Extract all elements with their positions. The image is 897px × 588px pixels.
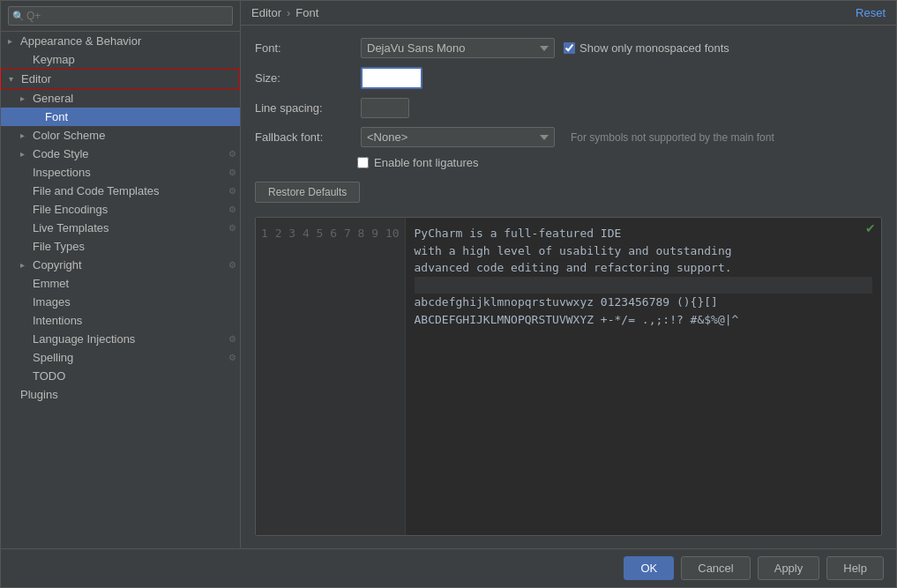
ok-button[interactable]: OK <box>624 556 674 580</box>
fallback-hint: For symbols not supported by the main fo… <box>571 131 774 144</box>
restore-defaults-row: Restore Defaults <box>255 178 882 203</box>
sidebar-label-plugins: Plugins <box>20 388 236 401</box>
tree-arrow-editor: ▾ <box>9 74 21 84</box>
fallback-font-dropdown[interactable]: <None> <box>361 127 555 147</box>
tree-arrow-appearance-behavior: ▸ <box>8 36 20 46</box>
settings-icon-spelling: ⚙ <box>228 353 236 362</box>
line-spacing-label: Line spacing: <box>255 101 352 115</box>
fallback-font-row: Fallback font: <None> For symbols not su… <box>255 127 882 147</box>
tree-arrow-code-style: ▸ <box>20 149 33 159</box>
search-bar: 🔍 <box>1 1 240 32</box>
sidebar-tree: ▸Appearance & BehaviorKeymap▾Editor▸Gene… <box>1 32 240 548</box>
sidebar-item-emmet[interactable]: Emmet <box>1 274 240 293</box>
preview-area: 1 2 3 4 5 6 7 8 9 10 PyCharm is a full-f… <box>255 217 882 536</box>
sidebar-label-images: Images <box>33 295 236 309</box>
sidebar-item-file-encodings[interactable]: File Encodings⚙ <box>1 200 240 219</box>
sidebar-label-file-types: File Types <box>33 240 236 253</box>
size-input[interactable]: 20 <box>361 67 422 89</box>
help-button[interactable]: Help <box>826 556 884 580</box>
preview-corner-icon: ✔ <box>865 221 876 235</box>
cancel-button[interactable]: Cancel <box>681 556 750 580</box>
sidebar-label-file-code-templates: File and Code Templates <box>33 184 225 197</box>
sidebar-item-font[interactable]: Font <box>1 108 240 126</box>
sidebar-label-appearance-behavior: Appearance & Behavior <box>20 34 236 48</box>
sidebar-label-intentions: Intentions <box>33 314 236 327</box>
sidebar-item-color-scheme[interactable]: ▸Color Scheme <box>1 126 240 145</box>
breadcrumb-current: Font <box>295 6 318 19</box>
breadcrumb-separator: › <box>287 6 290 19</box>
sidebar-label-todo: TODO <box>33 369 236 383</box>
sidebar-label-font: Font <box>45 110 236 123</box>
sidebar-item-code-style[interactable]: ▸Code Style⚙ <box>1 145 240 163</box>
main-header: Editor › Font Reset <box>241 1 896 26</box>
sidebar-label-general: General <box>33 92 236 105</box>
size-label: Size: <box>255 71 352 85</box>
tree-arrow-general: ▸ <box>20 93 33 103</box>
settings-icon-copyright: ⚙ <box>228 260 236 270</box>
settings-icon-live-templates: ⚙ <box>228 223 236 233</box>
tree-arrow-copyright: ▸ <box>20 260 33 270</box>
sidebar-item-editor[interactable]: ▾Editor <box>1 69 240 89</box>
sidebar-label-inspections: Inspections <box>33 166 225 179</box>
sidebar-item-images[interactable]: Images <box>1 293 240 311</box>
sidebar-item-general[interactable]: ▸General <box>1 89 240 108</box>
settings-icon-language-injections: ⚙ <box>228 334 236 344</box>
search-input[interactable] <box>8 6 233 26</box>
tree-arrow-color-scheme: ▸ <box>20 130 33 140</box>
monospaced-checkbox-wrapper[interactable]: Show only monospaced fonts <box>564 41 729 55</box>
sidebar-item-inspections[interactable]: Inspections⚙ <box>1 163 240 182</box>
font-row: Font: DejaVu Sans Mono Show only monospa… <box>255 38 882 58</box>
settings-icon-code-style: ⚙ <box>228 149 236 159</box>
line-numbers: 1 2 3 4 5 6 7 8 9 10 <box>256 218 406 535</box>
settings-dialog: 🔍 ▸Appearance & BehaviorKeymap▾Editor▸Ge… <box>0 0 897 588</box>
sidebar-item-copyright[interactable]: ▸Copyright⚙ <box>1 256 240 274</box>
sidebar-label-copyright: Copyright <box>33 258 225 272</box>
font-label: Font: <box>255 41 352 55</box>
sidebar-label-live-templates: Live Templates <box>33 221 225 234</box>
sidebar-label-language-injections: Language Injections <box>33 332 225 346</box>
sidebar-item-live-templates[interactable]: Live Templates⚙ <box>1 219 240 237</box>
apply-button[interactable]: Apply <box>758 556 820 580</box>
settings-icon-inspections: ⚙ <box>228 167 236 177</box>
line-spacing-input[interactable]: 1.0 <box>361 98 409 118</box>
search-icon: 🔍 <box>12 11 25 22</box>
ligatures-label: Enable font ligatures <box>374 156 479 169</box>
settings-icon-file-encodings: ⚙ <box>228 205 236 214</box>
monospaced-label: Show only monospaced fonts <box>579 41 729 55</box>
reset-link[interactable]: Reset <box>856 6 886 19</box>
monospaced-checkbox[interactable] <box>564 42 575 54</box>
settings-icon-file-code-templates: ⚙ <box>228 186 236 196</box>
breadcrumb-parent: Editor <box>251 6 281 19</box>
sidebar-label-color-scheme: Color Scheme <box>33 129 236 142</box>
sidebar-item-todo[interactable]: TODO <box>1 367 240 385</box>
font-dropdown[interactable]: DejaVu Sans Mono <box>361 38 555 58</box>
line-spacing-row: Line spacing: 1.0 <box>255 98 882 118</box>
sidebar-item-language-injections[interactable]: Language Injections⚙ <box>1 330 240 348</box>
sidebar-label-spelling: Spelling <box>33 351 225 364</box>
main-content: Editor › Font Reset Font: DejaVu Sans Mo… <box>241 1 896 548</box>
sidebar-label-file-encodings: File Encodings <box>33 203 225 216</box>
dialog-footer: OK Cancel Apply Help <box>1 548 896 587</box>
sidebar-label-code-style: Code Style <box>33 147 225 160</box>
fallback-font-label: Fallback font: <box>255 130 352 144</box>
ligatures-row: Enable font ligatures <box>255 156 882 169</box>
sidebar-item-file-code-templates[interactable]: File and Code Templates⚙ <box>1 182 240 200</box>
sidebar-label-editor: Editor <box>21 72 235 86</box>
sidebar-item-appearance-behavior[interactable]: ▸Appearance & Behavior <box>1 32 240 50</box>
sidebar-item-file-types[interactable]: File Types <box>1 237 240 256</box>
sidebar-item-spelling[interactable]: Spelling⚙ <box>1 348 240 367</box>
restore-defaults-button[interactable]: Restore Defaults <box>255 182 360 203</box>
sidebar-label-emmet: Emmet <box>33 277 236 290</box>
sidebar-label-keymap: Keymap <box>33 53 236 66</box>
dialog-body: 🔍 ▸Appearance & BehaviorKeymap▾Editor▸Ge… <box>1 1 896 548</box>
main-body: Font: DejaVu Sans Mono Show only monospa… <box>241 26 896 548</box>
preview-code: PyCharm is a full-featured IDE with a hi… <box>406 218 881 535</box>
sidebar-item-keymap[interactable]: Keymap <box>1 50 240 69</box>
breadcrumb: Editor › Font <box>251 6 318 19</box>
sidebar-item-plugins[interactable]: Plugins <box>1 385 240 404</box>
sidebar: 🔍 ▸Appearance & BehaviorKeymap▾Editor▸Ge… <box>1 1 241 548</box>
sidebar-item-intentions[interactable]: Intentions <box>1 311 240 330</box>
ligatures-checkbox[interactable] <box>357 157 369 168</box>
size-row: Size: 20 <box>255 67 882 89</box>
